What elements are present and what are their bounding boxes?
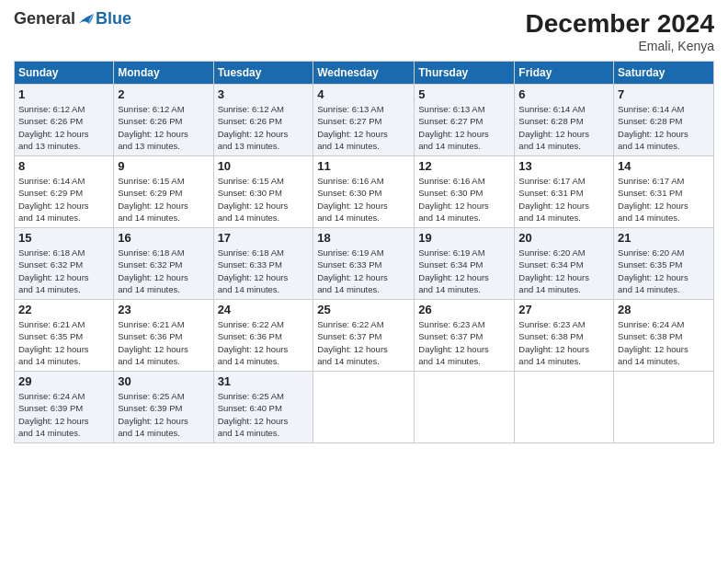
day-info: Sunrise: 6:15 AMSunset: 6:29 PMDaylight:… (118, 176, 188, 223)
logo: General Blue (14, 9, 131, 29)
calendar-header-thursday: Thursday (415, 62, 515, 85)
calendar-table: SundayMondayTuesdayWednesdayThursdayFrid… (14, 61, 714, 443)
calendar-cell: 24 Sunrise: 6:22 AMSunset: 6:36 PMDaylig… (213, 300, 313, 372)
calendar-cell: 7 Sunrise: 6:14 AMSunset: 6:28 PMDayligh… (614, 85, 714, 156)
day-info: Sunrise: 6:25 AMSunset: 6:39 PMDaylight:… (118, 391, 188, 438)
day-number: 5 (418, 87, 510, 101)
day-info: Sunrise: 6:18 AMSunset: 6:32 PMDaylight:… (18, 247, 89, 294)
day-info: Sunrise: 6:14 AMSunset: 6:28 PMDaylight:… (618, 104, 688, 151)
calendar-cell: 3 Sunrise: 6:12 AMSunset: 6:26 PMDayligh… (213, 85, 313, 156)
month-title: December 2024 (526, 9, 714, 39)
day-info: Sunrise: 6:20 AMSunset: 6:34 PMDaylight:… (518, 247, 589, 294)
calendar-cell: 27 Sunrise: 6:23 AMSunset: 6:38 PMDaylig… (515, 300, 614, 372)
calendar-cell: 16 Sunrise: 6:18 AMSunset: 6:32 PMDaylig… (114, 228, 213, 300)
day-info: Sunrise: 6:14 AMSunset: 6:29 PMDaylight:… (18, 176, 89, 223)
day-number: 28 (618, 303, 710, 316)
day-number: 19 (418, 231, 510, 245)
day-info: Sunrise: 6:22 AMSunset: 6:36 PMDaylight:… (218, 319, 289, 366)
day-number: 21 (618, 231, 710, 245)
logo-blue: Blue (96, 9, 131, 29)
calendar-cell: 17 Sunrise: 6:18 AMSunset: 6:33 PMDaylig… (213, 228, 313, 300)
day-info: Sunrise: 6:17 AMSunset: 6:31 PMDaylight:… (518, 176, 589, 223)
calendar-week-row: 8 Sunrise: 6:14 AMSunset: 6:29 PMDayligh… (15, 156, 714, 228)
location: Emali, Kenya (526, 39, 714, 53)
calendar-cell: 5 Sunrise: 6:13 AMSunset: 6:27 PMDayligh… (415, 85, 515, 156)
calendar-cell: 13 Sunrise: 6:17 AMSunset: 6:31 PMDaylig… (515, 156, 614, 228)
calendar-cell: 11 Sunrise: 6:16 AMSunset: 6:30 PMDaylig… (313, 156, 415, 228)
day-info: Sunrise: 6:19 AMSunset: 6:34 PMDaylight:… (418, 247, 489, 294)
calendar-week-row: 1 Sunrise: 6:12 AMSunset: 6:26 PMDayligh… (15, 85, 714, 156)
day-info: Sunrise: 6:22 AMSunset: 6:37 PMDaylight:… (317, 319, 388, 366)
day-number: 7 (618, 87, 710, 101)
day-number: 6 (518, 87, 609, 101)
calendar-cell: 20 Sunrise: 6:20 AMSunset: 6:34 PMDaylig… (515, 228, 614, 300)
day-number: 16 (118, 231, 209, 245)
calendar-cell: 30 Sunrise: 6:25 AMSunset: 6:39 PMDaylig… (114, 372, 213, 443)
calendar-header-wednesday: Wednesday (313, 62, 415, 85)
day-number: 10 (218, 159, 310, 173)
day-number: 26 (418, 303, 510, 316)
calendar-header-row: SundayMondayTuesdayWednesdayThursdayFrid… (15, 62, 714, 85)
calendar-cell: 6 Sunrise: 6:14 AMSunset: 6:28 PMDayligh… (515, 85, 614, 156)
calendar-cell: 23 Sunrise: 6:21 AMSunset: 6:36 PMDaylig… (114, 300, 213, 372)
day-info: Sunrise: 6:18 AMSunset: 6:33 PMDaylight:… (218, 247, 289, 294)
day-number: 31 (218, 374, 310, 388)
calendar-header-monday: Monday (114, 62, 213, 85)
calendar-cell: 1 Sunrise: 6:12 AMSunset: 6:26 PMDayligh… (15, 85, 114, 156)
calendar-cell: 25 Sunrise: 6:22 AMSunset: 6:37 PMDaylig… (313, 300, 415, 372)
day-number: 12 (418, 159, 510, 173)
calendar-cell: 4 Sunrise: 6:13 AMSunset: 6:27 PMDayligh… (313, 85, 415, 156)
calendar-cell: 18 Sunrise: 6:19 AMSunset: 6:33 PMDaylig… (313, 228, 415, 300)
logo-text: General Blue (14, 9, 131, 29)
calendar-body: 1 Sunrise: 6:12 AMSunset: 6:26 PMDayligh… (15, 85, 714, 443)
calendar-cell: 22 Sunrise: 6:21 AMSunset: 6:35 PMDaylig… (15, 300, 114, 372)
calendar-cell: 10 Sunrise: 6:15 AMSunset: 6:30 PMDaylig… (213, 156, 313, 228)
day-info: Sunrise: 6:13 AMSunset: 6:27 PMDaylight:… (317, 104, 388, 151)
calendar-cell: 29 Sunrise: 6:24 AMSunset: 6:39 PMDaylig… (15, 372, 114, 443)
day-info: Sunrise: 6:23 AMSunset: 6:38 PMDaylight:… (518, 319, 589, 366)
calendar-cell: 2 Sunrise: 6:12 AMSunset: 6:26 PMDayligh… (114, 85, 213, 156)
calendar-header-tuesday: Tuesday (213, 62, 313, 85)
day-info: Sunrise: 6:14 AMSunset: 6:28 PMDaylight:… (518, 104, 589, 151)
day-info: Sunrise: 6:23 AMSunset: 6:37 PMDaylight:… (418, 319, 489, 366)
day-number: 17 (218, 231, 310, 245)
calendar-header-friday: Friday (515, 62, 614, 85)
calendar-week-row: 15 Sunrise: 6:18 AMSunset: 6:32 PMDaylig… (15, 228, 714, 300)
day-info: Sunrise: 6:21 AMSunset: 6:36 PMDaylight:… (118, 319, 188, 366)
calendar-cell: 28 Sunrise: 6:24 AMSunset: 6:38 PMDaylig… (614, 300, 714, 372)
day-number: 25 (317, 303, 410, 316)
day-info: Sunrise: 6:25 AMSunset: 6:40 PMDaylight:… (218, 391, 289, 438)
calendar-cell: 21 Sunrise: 6:20 AMSunset: 6:35 PMDaylig… (614, 228, 714, 300)
logo-general: General (14, 9, 75, 29)
calendar-cell: 14 Sunrise: 6:17 AMSunset: 6:31 PMDaylig… (614, 156, 714, 228)
calendar-cell: 15 Sunrise: 6:18 AMSunset: 6:32 PMDaylig… (15, 228, 114, 300)
day-info: Sunrise: 6:19 AMSunset: 6:33 PMDaylight:… (317, 247, 388, 294)
day-number: 22 (18, 303, 109, 316)
day-number: 30 (118, 374, 209, 388)
day-number: 15 (18, 231, 109, 245)
day-info: Sunrise: 6:16 AMSunset: 6:30 PMDaylight:… (317, 176, 388, 223)
day-number: 23 (118, 303, 209, 316)
day-info: Sunrise: 6:15 AMSunset: 6:30 PMDaylight:… (218, 176, 289, 223)
day-info: Sunrise: 6:12 AMSunset: 6:26 PMDaylight:… (18, 104, 89, 151)
day-number: 18 (317, 231, 410, 245)
day-info: Sunrise: 6:12 AMSunset: 6:26 PMDaylight:… (118, 104, 188, 151)
logo-bird-icon (77, 11, 96, 28)
day-info: Sunrise: 6:24 AMSunset: 6:39 PMDaylight:… (18, 391, 89, 438)
day-number: 14 (618, 159, 710, 173)
day-number: 1 (18, 87, 109, 101)
day-number: 8 (18, 159, 109, 173)
day-number: 29 (18, 374, 109, 388)
title-area: December 2024 Emali, Kenya (526, 9, 714, 53)
day-info: Sunrise: 6:17 AMSunset: 6:31 PMDaylight:… (618, 176, 688, 223)
calendar-cell: 26 Sunrise: 6:23 AMSunset: 6:37 PMDaylig… (415, 300, 515, 372)
calendar-header-sunday: Sunday (15, 62, 114, 85)
day-number: 27 (518, 303, 609, 316)
day-number: 24 (218, 303, 310, 316)
header: General Blue December 2024 Emali, Kenya (14, 9, 714, 53)
calendar-week-row: 29 Sunrise: 6:24 AMSunset: 6:39 PMDaylig… (15, 372, 714, 443)
calendar-cell (515, 372, 614, 443)
day-info: Sunrise: 6:20 AMSunset: 6:35 PMDaylight:… (618, 247, 688, 294)
calendar-cell: 31 Sunrise: 6:25 AMSunset: 6:40 PMDaylig… (213, 372, 313, 443)
day-number: 2 (118, 87, 209, 101)
